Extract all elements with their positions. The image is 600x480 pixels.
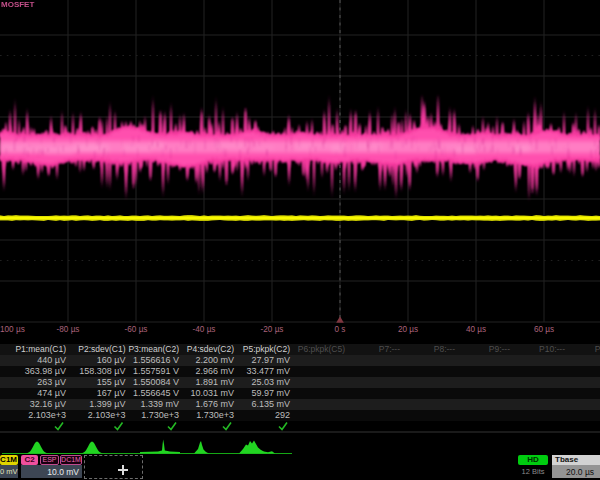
- svg-text:MOSFET: MOSFET: [1, 0, 34, 9]
- svg-text:-20 µs: -20 µs: [261, 325, 284, 334]
- svg-text:20 µs: 20 µs: [398, 325, 418, 334]
- svg-text:100 µs: 100 µs: [0, 325, 25, 334]
- svg-text:-80 µs: -80 µs: [57, 325, 80, 334]
- svg-text:40 µs: 40 µs: [466, 325, 486, 334]
- svg-text:0 s: 0 s: [335, 325, 346, 334]
- svg-text:-40 µs: -40 µs: [193, 325, 216, 334]
- svg-text:-60 µs: -60 µs: [125, 325, 148, 334]
- svg-text:60 µs: 60 µs: [534, 325, 554, 334]
